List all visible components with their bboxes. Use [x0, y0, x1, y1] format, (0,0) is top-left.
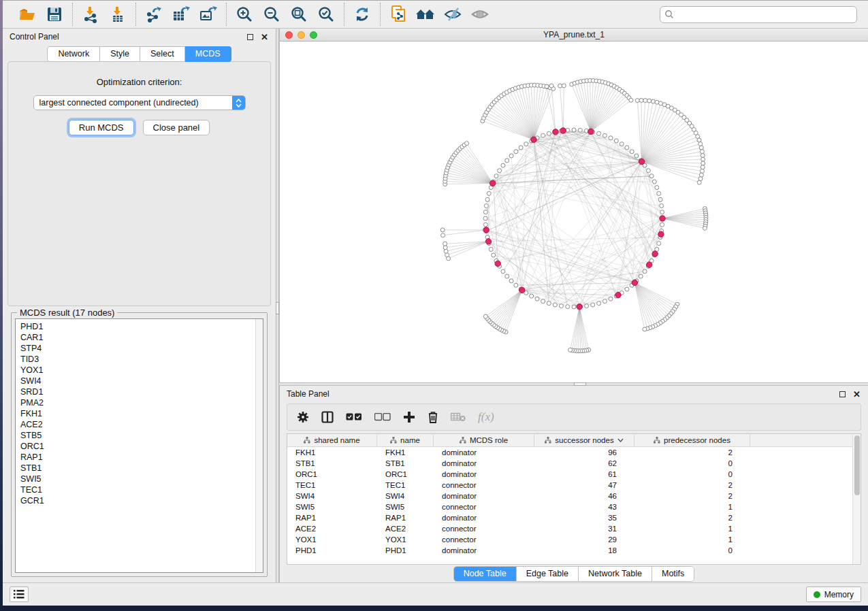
search-box — [660, 6, 857, 23]
float-panel-icon[interactable] — [838, 390, 847, 399]
table-row[interactable]: SWI5SWI5connector431 — [287, 501, 852, 512]
tab-select[interactable]: Select — [140, 46, 185, 62]
tab-motifs[interactable]: Motifs — [652, 567, 694, 581]
zoom-out-icon[interactable] — [260, 3, 283, 26]
column-header-successor-nodes[interactable]: successor nodes — [534, 434, 634, 446]
network-canvas[interactable] — [280, 42, 868, 382]
task-history-button[interactable] — [10, 587, 29, 602]
splitter-grip[interactable] — [574, 382, 586, 386]
table-scrollbar[interactable] — [852, 434, 861, 564]
mcds-result-item[interactable]: FKH1 — [20, 408, 255, 419]
optimization-criterion-dropdown[interactable]: largest connected component (undirected) — [33, 95, 246, 110]
control-panel: Control Panel ✕ NetworkStyleSelectMCDS O… — [3, 29, 276, 582]
export-table-icon[interactable] — [170, 3, 193, 26]
column-header-MCDS-role[interactable]: MCDS role — [434, 434, 534, 446]
float-panel-icon[interactable] — [246, 33, 255, 42]
tab-edge-table[interactable]: Edge Table — [517, 567, 579, 581]
hide-graphics-details-icon[interactable] — [441, 3, 464, 26]
save-session-icon[interactable] — [43, 3, 66, 26]
mcds-result-item[interactable]: TID3 — [20, 354, 255, 365]
column-type-icon — [390, 437, 397, 444]
refresh-icon[interactable] — [351, 3, 374, 26]
mcds-result-item[interactable]: STB1 — [20, 463, 255, 474]
tab-style[interactable]: Style — [100, 46, 140, 62]
table-row[interactable]: STB1STB1dominator620 — [287, 458, 852, 469]
table-row[interactable]: TEC1TEC1connector472 — [287, 480, 852, 491]
mcds-result-item[interactable]: SRD1 — [20, 386, 255, 397]
table-cell: 1 — [634, 501, 750, 512]
mcds-result-item[interactable]: PMA2 — [20, 397, 255, 408]
table-row[interactable]: RAP1RAP1dominator352 — [287, 512, 852, 523]
mcds-result-item[interactable]: RAP1 — [20, 452, 255, 463]
export-image-icon[interactable] — [197, 3, 220, 26]
dropdown-value: largest connected component (undirected) — [34, 98, 232, 108]
import-table-icon[interactable] — [106, 3, 129, 26]
table-settings-gear-icon[interactable] — [297, 411, 309, 423]
zoom-in-icon[interactable] — [233, 3, 256, 26]
export-network-icon[interactable] — [142, 3, 165, 26]
mcds-result-item[interactable]: SWI5 — [20, 474, 255, 484]
mcds-result-item[interactable]: GCR1 — [20, 495, 255, 506]
table-cell: 43 — [534, 501, 634, 512]
close-panel-button[interactable]: Close panel — [143, 120, 210, 135]
table-cell: ORC1 — [287, 469, 377, 480]
table-cell: TEC1 — [287, 480, 377, 491]
delete-table-icon[interactable] — [451, 412, 466, 422]
show-graphics-details-icon[interactable] — [468, 3, 492, 26]
close-panel-icon[interactable]: ✕ — [260, 33, 269, 42]
search-input[interactable] — [674, 10, 852, 19]
table-row[interactable]: PHD1PHD1dominator180 — [287, 545, 852, 556]
table-cell: 2 — [634, 480, 750, 491]
close-panel-icon[interactable]: ✕ — [852, 390, 861, 399]
function-builder-icon[interactable]: f(x) — [478, 410, 494, 424]
import-network-icon[interactable] — [79, 3, 102, 26]
scrollbar-thumb[interactable] — [854, 435, 860, 495]
mcds-result-item[interactable]: CAR1 — [20, 332, 255, 343]
table-cell — [750, 480, 852, 491]
memory-status-icon — [814, 591, 820, 598]
column-header-predecessor-nodes[interactable]: predecessor nodes — [634, 434, 750, 446]
zoom-selected-icon[interactable] — [315, 3, 338, 26]
mcds-result-item[interactable]: STP4 — [20, 343, 255, 354]
select-all-rows-icon[interactable] — [346, 413, 362, 421]
mcds-result-item[interactable]: PHD1 — [20, 321, 255, 332]
delete-column-icon[interactable] — [428, 411, 438, 423]
tab-mcds[interactable]: MCDS — [185, 46, 231, 62]
mcds-list-scrollbar[interactable] — [255, 319, 263, 572]
column-header-name[interactable]: name — [377, 434, 434, 446]
control-panel-title: Control Panel — [10, 32, 59, 42]
horizontal-splitter[interactable] — [279, 382, 868, 386]
table-cell: 1 — [634, 523, 750, 534]
show-columns-icon[interactable] — [321, 411, 334, 423]
mcds-result-item[interactable]: STB5 — [20, 430, 255, 441]
first-neighbors-icon[interactable] — [414, 3, 437, 26]
share-document-icon[interactable] — [387, 3, 410, 26]
table-row[interactable]: SWI4SWI4dominator462 — [287, 491, 852, 501]
table-row[interactable]: ORC1ORC1dominator610 — [287, 469, 852, 480]
table-cell: ACE2 — [377, 523, 434, 534]
table-cell — [750, 469, 852, 480]
column-type-icon — [545, 437, 551, 444]
open-session-icon[interactable] — [16, 3, 39, 26]
mcds-result-item[interactable]: YOX1 — [20, 365, 255, 376]
mcds-result-item[interactable]: ORC1 — [20, 441, 255, 452]
table-row[interactable]: ACE2ACE2connector311 — [287, 523, 852, 534]
vertical-splitter[interactable] — [276, 29, 279, 582]
column-header-shared-name[interactable]: shared name — [287, 434, 377, 446]
mcds-result-item[interactable]: SWI4 — [20, 376, 255, 386]
mcds-result-item[interactable]: ACE2 — [20, 419, 255, 430]
splitter-grip[interactable] — [276, 302, 279, 314]
table-row[interactable]: FKH1FKH1dominator962 — [287, 447, 852, 458]
memory-button[interactable]: Memory — [806, 587, 861, 602]
tab-node-table[interactable]: Node Table — [454, 567, 517, 581]
network-view-window: YPA_prune.txt_1 — [279, 29, 868, 382]
deselect-all-rows-icon[interactable] — [374, 413, 391, 421]
tab-network-table[interactable]: Network Table — [579, 567, 652, 581]
run-mcds-button[interactable]: Run MCDS — [69, 120, 134, 135]
zoom-fit-icon[interactable] — [287, 3, 310, 26]
tab-network[interactable]: Network — [47, 46, 100, 62]
table-cell: dominator — [434, 512, 534, 523]
create-column-icon[interactable] — [403, 411, 415, 423]
mcds-result-item[interactable]: TEC1 — [20, 484, 255, 495]
table-row[interactable]: YOX1YOX1connector291 — [287, 534, 852, 545]
